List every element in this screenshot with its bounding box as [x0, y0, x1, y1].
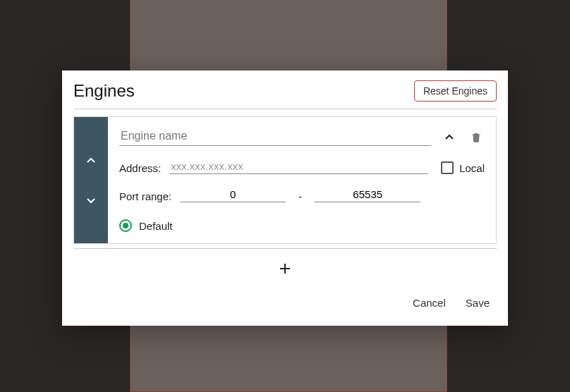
- address-input[interactable]: [169, 159, 428, 174]
- add-engine-button[interactable]: [275, 259, 295, 278]
- local-checkbox-wrap: Local: [441, 161, 485, 174]
- move-up-button[interactable]: [81, 151, 101, 171]
- local-checkbox[interactable]: [441, 161, 454, 174]
- engine-card: Address: Local Port range: - Default: [73, 116, 497, 244]
- default-radio[interactable]: [119, 219, 132, 232]
- chevron-up-icon: [85, 155, 97, 166]
- reorder-column: [74, 117, 108, 243]
- trash-icon: [470, 131, 483, 144]
- chevron-down-icon: [85, 195, 97, 206]
- chevron-up-icon: [444, 132, 455, 143]
- engines-dialog: Engines Reset Engines Addres: [62, 71, 508, 326]
- address-label: Address:: [119, 162, 161, 174]
- default-row: Default: [119, 219, 485, 232]
- reset-engines-button[interactable]: Reset Engines: [414, 80, 497, 102]
- plus-icon: [279, 262, 291, 275]
- delete-engine-button[interactable]: [468, 129, 485, 146]
- save-button[interactable]: Save: [463, 293, 492, 313]
- dialog-header: Engines Reset Engines: [73, 80, 497, 109]
- address-row: Address: Local: [119, 159, 485, 174]
- port-separator: -: [294, 190, 306, 202]
- port-to-input[interactable]: [315, 187, 420, 202]
- engine-name-row: [119, 127, 485, 146]
- cancel-button[interactable]: Cancel: [410, 293, 449, 313]
- port-range-label: Port range:: [119, 190, 171, 202]
- move-down-button[interactable]: [81, 190, 101, 210]
- dialog-actions: Cancel Save: [73, 288, 497, 314]
- default-label: Default: [139, 220, 173, 232]
- port-range-row: Port range: -: [119, 187, 485, 202]
- port-from-input[interactable]: [180, 187, 286, 202]
- engine-name-input[interactable]: [119, 127, 431, 146]
- dialog-title: Engines: [73, 81, 135, 101]
- collapse-button[interactable]: [441, 129, 458, 146]
- local-label: Local: [459, 162, 485, 174]
- engine-body: Address: Local Port range: - Default: [108, 117, 496, 243]
- add-engine-row: [73, 249, 497, 288]
